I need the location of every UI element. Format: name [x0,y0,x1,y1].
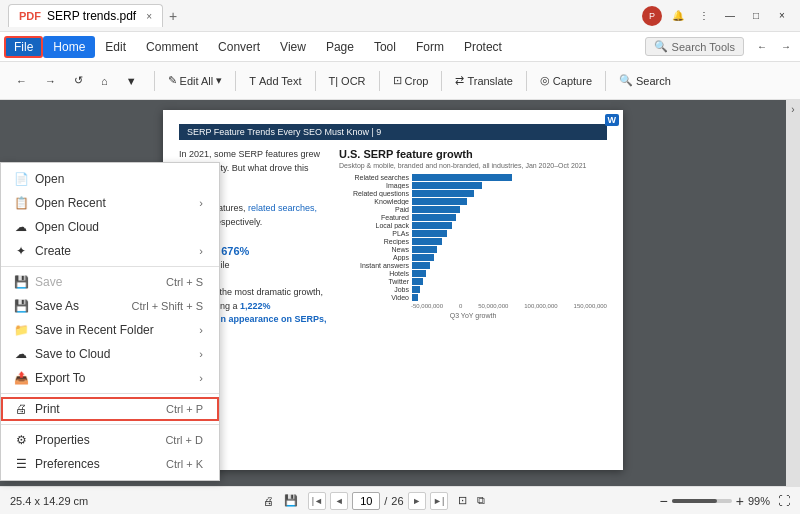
menu-export[interactable]: 📤 Export To › [1,366,219,390]
menu-save-recent[interactable]: 📁 Save in Recent Folder › [1,318,219,342]
zoom-slider-fill [672,499,717,503]
toolbar-forward-btn[interactable]: → [37,71,64,91]
toolbar-home-btn[interactable]: ⌂ [93,71,116,91]
menu-save-cloud[interactable]: ☁ Save to Cloud › [1,342,219,366]
toolbar-dropdown-btn[interactable]: ▼ [118,71,145,91]
toolbar-add-text-btn[interactable]: T Add Text [241,71,309,91]
sidebar-arrow-btn[interactable]: › [791,104,794,115]
print-icon-status: 🖨 [263,495,274,507]
save-cloud-label: Save to Cloud [35,347,110,361]
prev-page-btn[interactable]: ◄ [330,492,348,510]
tab-filename: SERP trends.pdf [47,9,136,23]
chart-row: Twitter [339,278,607,285]
toolbar-capture-btn[interactable]: ◎ Capture [532,70,600,91]
menu-item-convert[interactable]: Convert [208,36,270,58]
properties-label: Properties [35,433,90,447]
menu-icon[interactable]: ⋮ [694,6,714,26]
total-pages: 26 [391,495,403,507]
search-tools[interactable]: 🔍 Search Tools [645,37,744,56]
chart-row: Instant answers [339,262,607,269]
new-tab-btn[interactable]: + [169,8,177,24]
save-recent-icon: 📁 [13,323,29,337]
ocr-icon: T| [329,75,339,87]
zoom-slider[interactable] [672,499,732,503]
menu-item-edit[interactable]: Edit [95,36,136,58]
ocr-label: OCR [341,75,365,87]
next-page-btn[interactable]: ► [408,492,426,510]
chart-bars: Related searches Images Related question… [339,174,607,301]
chart-row: PLAs [339,230,607,237]
chart-row: Recipes [339,238,607,245]
chart-axis-values: -50,000,000050,000,000100,000,000150,000… [339,303,607,309]
toolbar-ocr-btn[interactable]: T| OCR [321,71,374,91]
search-tools-icon: 🔍 [654,40,668,53]
toolbar-sep-3 [315,71,316,91]
create-arrow: › [199,245,203,257]
last-page-btn[interactable]: ►| [430,492,448,510]
save-recent-label: Save in Recent Folder [35,323,154,337]
current-page-input[interactable] [352,492,380,510]
minimize-btn[interactable]: — [720,6,740,26]
menu-item-tool[interactable]: Tool [364,36,406,58]
status-bar: 25.4 x 14.29 cm 🖨 💾 |◄ ◄ / 26 ► ►| ⊡ ⧉ −… [0,486,800,514]
open-label: Open [35,172,64,186]
chart-title: U.S. SERP feature growth [339,148,607,160]
menu-create[interactable]: ✦ Create › [1,239,219,263]
menu-item-file[interactable]: File [4,36,43,58]
menu-open-recent[interactable]: 📋 Open Recent › [1,191,219,215]
menu-properties[interactable]: ⚙ Properties Ctrl + D [1,428,219,452]
toolbar-edit-all-btn[interactable]: ✎ Edit All ▾ [160,70,231,91]
toolbar-refresh-btn[interactable]: ↺ [66,70,91,91]
menu-save-as[interactable]: 💾 Save As Ctrl + Shift + S [1,294,219,318]
search-icon: 🔍 [619,74,633,87]
save-cloud-arrow: › [199,348,203,360]
first-page-btn[interactable]: |◄ [308,492,326,510]
nav-forward-btn[interactable]: → [776,37,796,57]
menu-item-page[interactable]: Page [316,36,364,58]
nav-back-btn[interactable]: ← [752,37,772,57]
chart-row: Local pack [339,222,607,229]
chart-subtitle: Desktop & mobile, branded and non-brande… [339,162,607,169]
export-icon: 📤 [13,371,29,385]
zoom-out-btn[interactable]: − [660,493,668,509]
print-shortcut: Ctrl + P [166,403,203,415]
notification-icon[interactable]: 🔔 [668,6,688,26]
menu-save: 💾 Save Ctrl + S [1,270,219,294]
sep-2 [1,393,219,394]
edit-all-arrow: ▾ [216,74,222,87]
toolbar-search-btn[interactable]: 🔍 Search [611,70,679,91]
tab-close-btn[interactable]: × [146,11,152,22]
toolbar-translate-btn[interactable]: ⇄ Translate [447,70,520,91]
fullscreen-btn[interactable]: ⛶ [778,494,790,508]
edit-all-icon: ✎ [168,74,177,87]
active-tab[interactable]: PDF SERP trends.pdf × [8,4,163,27]
menu-item-view[interactable]: View [270,36,316,58]
menu-item-protect[interactable]: Protect [454,36,512,58]
right-sidebar: › [786,100,800,486]
save-label: Save [35,275,62,289]
toolbar-back-btn[interactable]: ← [8,71,35,91]
open-icon: 📄 [13,172,29,186]
open-recent-label: Open Recent [35,196,106,210]
menu-item-home[interactable]: Home [43,36,95,58]
menu-open-cloud[interactable]: ☁ Open Cloud [1,215,219,239]
create-label: Create [35,244,71,258]
file-dropdown-menu: 📄 Open 📋 Open Recent › ☁ Open Cloud ✦ Cr… [0,162,220,481]
user-avatar: P [642,6,662,26]
preferences-shortcut: Ctrl + K [166,458,203,470]
capture-label: Capture [553,75,592,87]
menu-print[interactable]: 🖨 Print Ctrl + P [1,397,219,421]
chart-row: Featured [339,214,607,221]
menu-item-form[interactable]: Form [406,36,454,58]
menu-item-comment[interactable]: Comment [136,36,208,58]
open-cloud-label: Open Cloud [35,220,99,234]
menu-preferences[interactable]: ☰ Preferences Ctrl + K [1,452,219,476]
menu-open[interactable]: 📄 Open [1,167,219,191]
maximize-btn[interactable]: □ [746,6,766,26]
open-recent-arrow: › [199,197,203,209]
toolbar-crop-btn[interactable]: ⊡ Crop [385,70,437,91]
close-btn[interactable]: × [772,6,792,26]
zoom-in-btn[interactable]: + [736,493,744,509]
pdf-header-text: SERP Feature Trends Every SEO Must Know … [187,127,381,137]
save-shortcut: Ctrl + S [166,276,203,288]
